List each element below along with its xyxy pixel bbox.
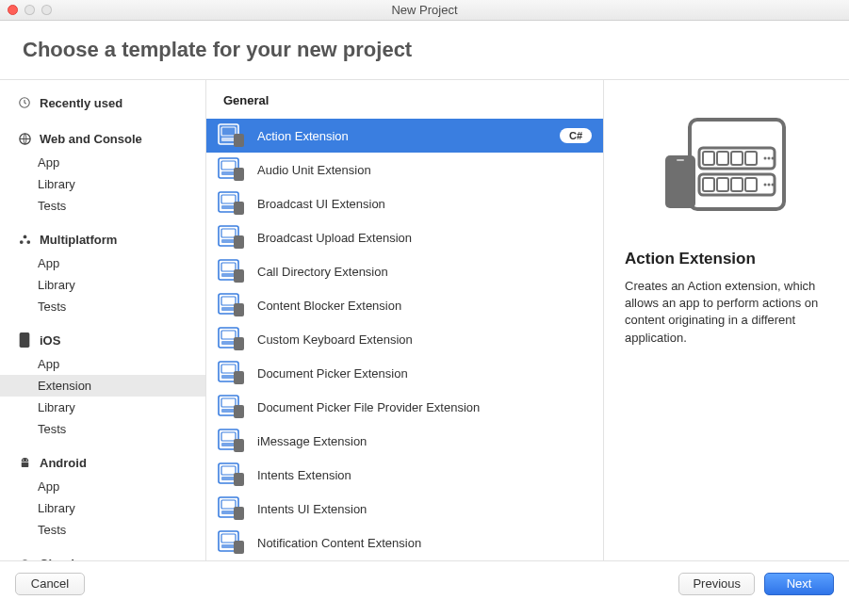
- svg-point-7: [25, 459, 26, 460]
- svg-rect-36: [221, 331, 236, 339]
- language-badge: C#: [560, 128, 592, 143]
- template-row[interactable]: iMessage Extension: [206, 424, 603, 458]
- template-label: Content Blocker Extension: [257, 299, 592, 313]
- template-list: General Action ExtensionC# Audio Unit Ex…: [206, 80, 604, 560]
- svg-rect-66: [717, 152, 728, 165]
- svg-rect-57: [221, 511, 236, 514]
- previous-button[interactable]: Previous: [678, 573, 755, 595]
- template-label: Broadcast Upload Extension: [257, 231, 592, 245]
- detail-pane: Action Extension Creates an Action exten…: [604, 80, 849, 560]
- template-label: iMessage Extension: [257, 434, 592, 448]
- template-icon: [218, 157, 246, 182]
- svg-rect-44: [221, 398, 236, 407]
- template-row[interactable]: Broadcast Upload Extension: [206, 220, 603, 254]
- svg-rect-50: [234, 439, 244, 452]
- sidebar-item-tests[interactable]: Tests: [0, 418, 205, 440]
- sidebar-section-android[interactable]: Android: [0, 449, 205, 476]
- template-row[interactable]: Action ExtensionC#: [206, 119, 603, 153]
- template-icon: [218, 496, 246, 521]
- template-icon: [218, 530, 246, 555]
- svg-rect-26: [234, 235, 244, 249]
- svg-rect-61: [221, 544, 236, 548]
- svg-rect-81: [677, 159, 684, 161]
- sidebar-section-label: Cloud: [40, 557, 74, 561]
- svg-rect-8: [21, 462, 28, 466]
- svg-rect-29: [221, 273, 236, 277]
- template-label: Broadcast UI Extension: [257, 197, 592, 211]
- sidebar-item-tests[interactable]: Tests: [0, 519, 205, 541]
- template-icon: [218, 361, 246, 385]
- svg-point-71: [772, 157, 775, 160]
- template-row[interactable]: Content Blocker Extension: [206, 288, 603, 322]
- sidebar-item-app[interactable]: App: [0, 353, 205, 375]
- svg-rect-48: [221, 432, 236, 441]
- sidebar-item-app[interactable]: App: [0, 252, 205, 274]
- svg-rect-52: [221, 466, 236, 475]
- next-button[interactable]: Next: [764, 573, 834, 595]
- sidebar-item-library[interactable]: Library: [0, 397, 205, 418]
- template-row[interactable]: Broadcast UI Extension: [206, 186, 603, 220]
- svg-rect-56: [221, 500, 236, 509]
- svg-rect-14: [234, 134, 244, 147]
- sidebar-item-recently-used[interactable]: Recently used: [0, 89, 205, 116]
- svg-rect-16: [221, 161, 236, 170]
- page-title: Choose a template for your new project: [0, 21, 849, 79]
- template-label: Audio Unit Extension: [257, 163, 592, 177]
- svg-rect-21: [221, 205, 236, 209]
- sidebar-item-tests[interactable]: Tests: [0, 195, 205, 217]
- svg-rect-22: [234, 202, 244, 215]
- sidebar-section-cloud[interactable]: Cloud: [0, 550, 205, 560]
- template-label: Action Extension: [257, 129, 548, 143]
- svg-rect-42: [234, 371, 244, 384]
- sidebar-item-app[interactable]: App: [0, 152, 205, 173]
- svg-rect-30: [234, 269, 244, 283]
- template-row[interactable]: Document Picker Extension: [206, 356, 603, 390]
- sidebar-section-web-and-console[interactable]: Web and Console: [0, 125, 205, 152]
- template-icon: [218, 293, 246, 317]
- template-row[interactable]: Audio Unit Extension: [206, 153, 603, 186]
- template-row[interactable]: Intents UI Extension: [206, 492, 603, 526]
- template-row[interactable]: Notification Content Extension: [206, 526, 603, 559]
- svg-rect-40: [221, 365, 236, 373]
- template-row[interactable]: Call Directory Extension: [206, 254, 603, 288]
- titlebar: New Project: [0, 0, 849, 21]
- window-title: New Project: [0, 3, 849, 17]
- sidebar-item-library[interactable]: Library: [0, 274, 205, 296]
- sidebar-section-ios[interactable]: iOS: [0, 327, 205, 353]
- template-label: Custom Keyboard Extension: [257, 332, 592, 347]
- sidebar-item-library[interactable]: Library: [0, 173, 205, 195]
- svg-rect-13: [221, 138, 236, 141]
- sidebar-section-multiplatform[interactable]: Multiplatform: [0, 226, 205, 252]
- svg-point-6: [23, 459, 24, 460]
- svg-point-78: [768, 184, 771, 186]
- svg-point-4: [26, 240, 30, 244]
- svg-rect-53: [221, 477, 236, 480]
- android-icon: [17, 455, 32, 470]
- cancel-button[interactable]: Cancel: [15, 573, 85, 595]
- svg-rect-75: [731, 178, 743, 191]
- template-row[interactable]: Custom Keyboard Extension: [206, 322, 603, 356]
- sidebar-section-label: Multiplatform: [40, 233, 117, 247]
- sidebar-item-tests[interactable]: Tests: [0, 296, 205, 317]
- multiplatform-icon: [17, 232, 32, 247]
- detail-illustration: [625, 101, 830, 233]
- template-label: Intents UI Extension: [257, 502, 592, 516]
- template-icon: [218, 462, 246, 487]
- svg-rect-33: [221, 307, 236, 311]
- template-label: Call Directory Extension: [257, 265, 592, 279]
- svg-rect-65: [703, 152, 714, 165]
- recently-used-label: Recently used: [40, 96, 122, 110]
- svg-point-2: [23, 235, 26, 238]
- sidebar-section-label: iOS: [40, 333, 60, 348]
- template-row[interactable]: Document Picker File Provider Extension: [206, 390, 603, 424]
- sidebar-item-library[interactable]: Library: [0, 497, 205, 519]
- template-row[interactable]: Intents Extension: [206, 458, 603, 492]
- svg-rect-46: [234, 405, 244, 418]
- svg-point-69: [764, 157, 767, 160]
- template-icon: [218, 327, 246, 351]
- sidebar-section-label: Web and Console: [40, 132, 142, 146]
- sidebar-item-app[interactable]: App: [0, 476, 205, 497]
- svg-rect-80: [665, 155, 695, 208]
- svg-rect-74: [717, 178, 728, 191]
- sidebar-item-extension[interactable]: Extension: [0, 375, 205, 397]
